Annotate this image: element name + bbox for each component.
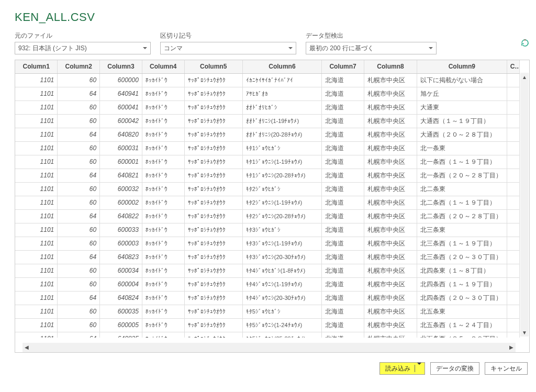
load-button[interactable]: 読み込み [379,362,425,375]
cell: 札幌市中央区 [364,291,417,305]
table-row[interactable]: 110164640821ﾎｯｶｲﾄﾞｳｻｯﾎﾟﾛｼﾁｭｳｵｳｸｷﾀ1ｼﾞｮｳﾆｼ… [15,169,520,182]
chevron-down-icon [417,363,421,372]
table-row[interactable]: 110164640941ﾎｯｶｲﾄﾞｳｻｯﾎﾟﾛｼﾁｭｳｵｳｸｱｻﾋｶﾞｵｶ北海… [15,87,520,100]
table-row[interactable]: 110160600042ﾎｯｶｲﾄﾞｳｻｯﾎﾟﾛｼﾁｭｳｵｳｸｵｵﾄﾞｵﾘﾆｼ(… [15,114,520,128]
chevron-down-icon [288,47,293,49]
cell: 1101 [15,87,58,100]
cell: 北二条西（２０～２８丁目） [417,209,507,223]
delimiter-dropdown[interactable]: コンマ [160,42,296,54]
horizontal-scrollbar[interactable]: ◀ ▶ [23,343,516,352]
table-row[interactable]: 110160600005ﾎｯｶｲﾄﾞｳｻｯﾎﾟﾛｼﾁｭｳｵｳｸｷﾀ5ｼﾞｮｳﾆｼ… [15,318,520,332]
cell: ﾎｯｶｲﾄﾞｳ [142,291,184,305]
cell: 北海道 [322,264,364,277]
cell: 北海道 [322,223,364,237]
cell: 北海道 [322,250,364,264]
scroll-right-icon[interactable]: ▶ [507,343,516,351]
table-row[interactable]: 110160600032ﾎｯｶｲﾄﾞｳｻｯﾎﾟﾛｼﾁｭｳｵｳｸｷﾀ2ｼﾞｮｳﾋｶ… [15,182,520,196]
column-header[interactable]: Column3 [100,60,142,73]
table-row[interactable]: 110164640820ﾎｯｶｲﾄﾞｳｻｯﾎﾟﾛｼﾁｭｳｵｳｸｵｵﾄﾞｵﾘﾆｼ(… [15,128,520,141]
table-row[interactable]: 110160600000ﾎｯｶｲﾄﾞｳｻｯﾎﾟﾛｼﾁｭｳｵｳｸｲｶﾆｹｲｻｲｶﾞ… [15,73,520,87]
cell: 北四条西（１～１９丁目） [417,277,507,291]
cell [507,209,519,223]
cell: 640822 [100,209,142,223]
cell: ﾎｯｶｲﾄﾞｳ [142,114,184,128]
cell: 北海道 [322,141,364,155]
column-header[interactable]: Column2 [58,60,100,73]
load-split-dropdown[interactable] [415,365,423,372]
cell: 北海道 [322,73,364,87]
cell: 1101 [15,264,58,277]
column-header[interactable]: Column9 [417,60,507,73]
preview-grid[interactable]: Column1Column2Column3Column4Column5Colum… [15,60,529,338]
column-header[interactable]: Column8 [364,60,417,73]
cell: 64 [58,250,100,264]
table-row[interactable]: 110160600033ﾎｯｶｲﾄﾞｳｻｯﾎﾟﾛｼﾁｭｳｵｳｸｷﾀ3ｼﾞｮｳﾋｶ… [15,223,520,237]
cell: ｵｵﾄﾞｵﾘﾋｶﾞｼ [242,100,321,114]
cell: ﾎｯｶｲﾄﾞｳ [142,128,184,141]
cell: 1101 [15,73,58,87]
cell: 60 [58,182,100,196]
column-header[interactable]: Column1 [15,60,58,73]
cell: 北海道 [322,332,364,338]
origin-dropdown[interactable]: 932: 日本語 (シフト JIS) [15,42,151,54]
cell: 1101 [15,250,58,264]
cell: 北二条西（１～１９丁目） [417,196,507,209]
cell: 64 [58,87,100,100]
table-row[interactable]: 110164640825ﾎｯｶｲﾄﾞｳｻｯﾎﾟﾛｼﾁｭｳｵｳｸｷﾀ5ｼﾞｮｳﾆｼ… [15,332,520,338]
table-row[interactable]: 110160600041ﾎｯｶｲﾄﾞｳｻｯﾎﾟﾛｼﾁｭｳｵｳｸｵｵﾄﾞｵﾘﾋｶﾞ… [15,100,520,114]
cell: 60 [58,223,100,237]
transform-button[interactable]: データの変換 [430,362,479,375]
table-row[interactable]: 110160600001ﾎｯｶｲﾄﾞｳｻｯﾎﾟﾛｼﾁｭｳｵｳｸｷﾀ1ｼﾞｮｳﾆｼ… [15,155,520,169]
cell: 640820 [100,128,142,141]
table-row[interactable]: 110160600035ﾎｯｶｲﾄﾞｳｻｯﾎﾟﾛｼﾁｭｳｵｳｸｷﾀ5ｼﾞｮｳﾋｶ… [15,305,520,318]
table-row[interactable]: 110160600002ﾎｯｶｲﾄﾞｳｻｯﾎﾟﾛｼﾁｭｳｵｳｸｷﾀ2ｼﾞｮｳﾆｼ… [15,196,520,209]
cell: ｷﾀ5ｼﾞｮｳﾆｼ(1-24ﾁｮｳﾒ) [242,318,321,332]
scroll-down-icon[interactable]: ▼ [520,328,529,337]
cancel-button[interactable]: キャンセル [485,362,528,375]
cell: 北三条西（２０～３０丁目） [417,250,507,264]
table-row[interactable]: 110160600031ﾎｯｶｲﾄﾞｳｻｯﾎﾟﾛｼﾁｭｳｵｳｸｷﾀ1ｼﾞｮｳﾋｶ… [15,141,520,155]
cell: 64 [58,209,100,223]
cell: ｷﾀ3ｼﾞｮｳﾋｶﾞｼ [242,223,321,237]
cell: ﾎｯｶｲﾄﾞｳ [142,100,184,114]
cell [507,182,519,196]
cell: 1101 [15,169,58,182]
cell: ﾎｯｶｲﾄﾞｳ [142,169,184,182]
table-row[interactable]: 110164640823ﾎｯｶｲﾄﾞｳｻｯﾎﾟﾛｼﾁｭｳｵｳｸｷﾀ3ｼﾞｮｳﾆｼ… [15,250,520,264]
delimiter-label: 区切り記号 [160,31,296,40]
cell: 札幌市中央区 [364,196,417,209]
refresh-icon [520,38,530,48]
cell: ｻｯﾎﾟﾛｼﾁｭｳｵｳｸ [184,182,242,196]
refresh-button[interactable] [520,38,530,48]
cell: 北三条東 [417,223,507,237]
scroll-up-icon[interactable]: ▲ [520,73,529,81]
column-header[interactable]: Column4 [142,60,184,73]
table-row[interactable]: 110160600034ﾎｯｶｲﾄﾞｳｻｯﾎﾟﾛｼﾁｭｳｵｳｸｷﾀ4ｼﾞｮｳﾋｶ… [15,264,520,277]
cell: ﾎｯｶｲﾄﾞｳ [142,73,184,87]
vertical-scrollbar[interactable]: ▲ ▼ [520,73,529,337]
cell: 北海道 [322,237,364,250]
cell: 北海道 [322,155,364,169]
cell: ｷﾀ4ｼﾞｮｳﾋｶﾞｼ(1-8ﾁｮｳﾒ) [242,264,321,277]
cell: ｻｯﾎﾟﾛｼﾁｭｳｵｳｸ [184,155,242,169]
column-header[interactable]: Column7 [322,60,364,73]
column-header[interactable]: Column6 [242,60,321,73]
column-header[interactable]: Column5 [184,60,242,73]
cell: 札幌市中央区 [364,318,417,332]
scroll-left-icon[interactable]: ◀ [23,343,31,351]
table-row[interactable]: 110164640824ﾎｯｶｲﾄﾞｳｻｯﾎﾟﾛｼﾁｭｳｵｳｸｷﾀ4ｼﾞｮｳﾆｼ… [15,291,520,305]
cell: ｲｶﾆｹｲｻｲｶﾞﾅｲﾊﾞｱｲ [242,73,321,87]
cell: ｻｯﾎﾟﾛｼﾁｭｳｵｳｸ [184,73,242,87]
table-row[interactable]: 110164640822ﾎｯｶｲﾄﾞｳｻｯﾎﾟﾛｼﾁｭｳｵｳｸｷﾀ2ｼﾞｮｳﾆｼ… [15,209,520,223]
cell: ｷﾀ2ｼﾞｮｳﾆｼ(20-28ﾁｮｳﾒ) [242,209,321,223]
column-header[interactable]: Cc [507,60,519,73]
cell: 600002 [100,196,142,209]
cell: ｷﾀ5ｼﾞｮｳﾋｶﾞｼ [242,305,321,318]
detect-dropdown[interactable]: 最初の 200 行に基づく [306,42,437,54]
cell [507,318,519,332]
table-row[interactable]: 110160600004ﾎｯｶｲﾄﾞｳｻｯﾎﾟﾛｼﾁｭｳｵｳｸｷﾀ4ｼﾞｮｳﾆｼ… [15,277,520,291]
cell: 札幌市中央区 [364,223,417,237]
table-row[interactable]: 110160600003ﾎｯｶｲﾄﾞｳｻｯﾎﾟﾛｼﾁｭｳｵｳｸｷﾀ3ｼﾞｮｳﾆｼ… [15,237,520,250]
cell: 600035 [100,305,142,318]
cell: 1101 [15,196,58,209]
